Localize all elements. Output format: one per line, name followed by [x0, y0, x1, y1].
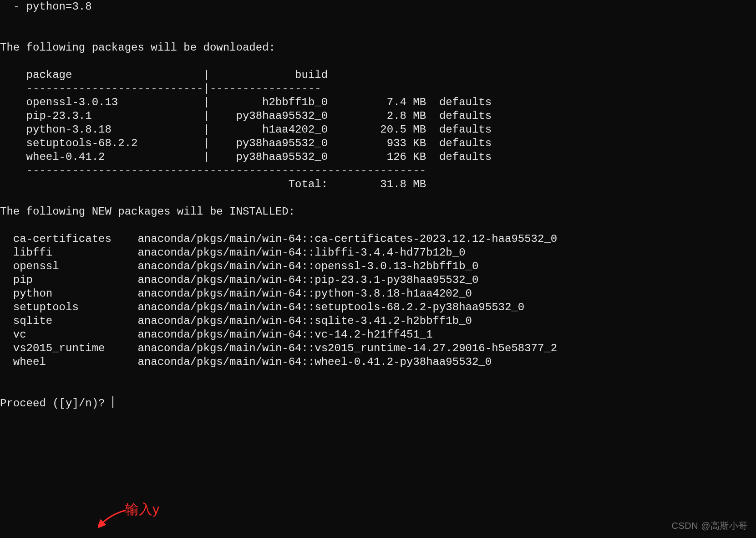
annotation-label: 输入y — [125, 502, 159, 516]
download-table-rule: ---------------------------|------------… — [0, 82, 321, 95]
text-cursor-icon[interactable] — [112, 396, 113, 408]
download-table-rule: ----------------------------------------… — [0, 164, 426, 177]
terminal-output[interactable]: - python=3.8 The following packages will… — [0, 0, 756, 410]
download-table-rows: openssl-3.0.13 | h2bbff1b_0 7.4 MB defau… — [0, 96, 492, 163]
annotation-arrow-icon — [98, 507, 130, 528]
proceed-prompt: Proceed ([y]/n)? — [0, 397, 112, 410]
download-total-row: Total: 31.8 MB — [0, 178, 426, 190]
download-heading: The following packages will be downloade… — [0, 41, 275, 54]
download-table-header: package | build — [0, 69, 328, 81]
install-list: ca-certificates anaconda/pkgs/main/win-6… — [0, 233, 557, 368]
env-spec-line: - python=3.8 — [0, 0, 92, 13]
install-heading: The following NEW packages will be INSTA… — [0, 205, 295, 218]
watermark: CSDN @高斯小哥 — [671, 519, 748, 533]
